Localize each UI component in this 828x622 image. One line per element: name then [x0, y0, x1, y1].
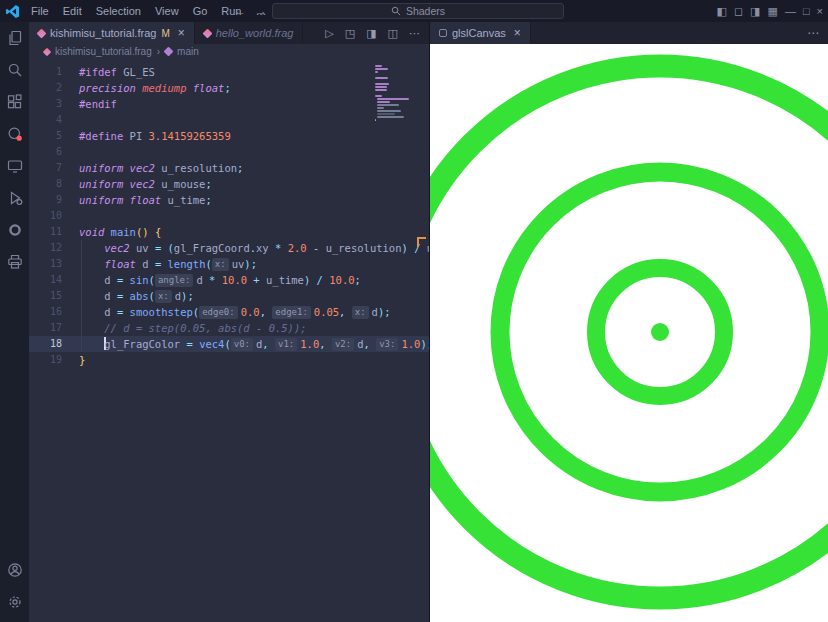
- code-line-3[interactable]: 3#endif: [29, 96, 429, 112]
- search-icon[interactable]: [3, 58, 27, 82]
- menu-go[interactable]: Go: [186, 0, 215, 22]
- line-number[interactable]: 2: [29, 80, 74, 96]
- code-line-2[interactable]: 2precision mediump float;: [29, 80, 429, 96]
- glsl-canvas-output[interactable]: [430, 44, 828, 622]
- token: #ifdef: [79, 66, 123, 78]
- token: d: [104, 306, 117, 318]
- breadcrumb[interactable]: kishimisu_tutorial.frag › main: [29, 44, 429, 59]
- line-number[interactable]: 11: [29, 224, 74, 240]
- line-number[interactable]: 18: [29, 336, 74, 352]
- remote-explorer-icon[interactable]: [3, 154, 27, 178]
- code-text[interactable]: float d = length(x:uv);: [79, 256, 257, 272]
- code-text[interactable]: vec2 uv = (gl_FragCoord.xy * 2.0 - u_res…: [79, 240, 429, 256]
- line-number[interactable]: 10: [29, 208, 74, 224]
- code-line-11[interactable]: 11void main() {: [29, 224, 429, 240]
- line-number[interactable]: 5: [29, 128, 74, 144]
- extension-badge-icon[interactable]: [3, 122, 27, 146]
- code-line-12[interactable]: 12 vec2 uv = (gl_FragCoord.xy * 2.0 - u_…: [29, 240, 429, 256]
- close-icon[interactable]: ×: [514, 26, 521, 40]
- line-number[interactable]: 16: [29, 304, 74, 320]
- code-text[interactable]: // d = step(0.05, abs(d - 0.5));: [79, 320, 307, 336]
- nav-forward-icon[interactable]: →: [255, 4, 267, 18]
- line-number[interactable]: 17: [29, 320, 74, 336]
- line-number[interactable]: 3: [29, 96, 74, 112]
- glsl-canvas-icon[interactable]: [3, 218, 27, 242]
- code-line-15[interactable]: 15 d = abs(x:d);: [29, 288, 429, 304]
- code-line-17[interactable]: 17 // d = step(0.05, abs(d - 0.5));: [29, 320, 429, 336]
- preview-more-actions-icon[interactable]: ⋯: [807, 26, 819, 40]
- split-editor-icon[interactable]: ◫: [388, 27, 398, 40]
- code-line-18[interactable]: 18 gl_FragColor = vec4(v0:d, v1:1.0, v2:…: [29, 336, 429, 352]
- code-text[interactable]: uniform float u_time;: [79, 192, 212, 208]
- code-text[interactable]: void main() {: [79, 224, 161, 240]
- code-text[interactable]: gl_FragColor = vec4(v0:d, v1:1.0, v2:d, …: [79, 336, 429, 352]
- minimize-icon[interactable]: —: [785, 5, 796, 17]
- code-text[interactable]: precision mediump float;: [79, 80, 231, 96]
- line-number[interactable]: 12: [29, 240, 74, 256]
- token: =: [186, 338, 199, 350]
- menu-view[interactable]: View: [148, 0, 186, 22]
- toggle-primary-sidebar-icon[interactable]: ◧: [717, 5, 727, 18]
- code-text[interactable]: }: [79, 352, 85, 368]
- tab-kishimisu-tutorial-frag[interactable]: kishimisu_tutorial.fragM×: [29, 22, 195, 44]
- code-text[interactable]: #ifdef GL_ES: [79, 64, 155, 80]
- toggle-secondary-sidebar-icon[interactable]: ◨: [750, 5, 760, 18]
- line-number[interactable]: 7: [29, 160, 74, 176]
- code-text[interactable]: d = sin(angle:d * 10.0 + u_time) / 10.0;: [79, 272, 361, 288]
- code-line-9[interactable]: 9uniform float u_time;: [29, 192, 429, 208]
- explorer-icon[interactable]: [3, 26, 27, 50]
- menu-edit[interactable]: Edit: [56, 0, 89, 22]
- line-number[interactable]: 14: [29, 272, 74, 288]
- code-text[interactable]: uniform vec2 u_mouse;: [79, 176, 212, 192]
- code-text[interactable]: #endif: [79, 96, 117, 112]
- line-number[interactable]: 6: [29, 144, 74, 160]
- code-line-8[interactable]: 8uniform vec2 u_mouse;: [29, 176, 429, 192]
- code-text[interactable]: uniform vec2 u_resolution;: [79, 160, 243, 176]
- code-text[interactable]: d = smoothstep(edge0:0.0, edge1:0.05, x:…: [79, 304, 391, 320]
- customize-layout-icon[interactable]: ▦: [768, 5, 778, 18]
- maximize-icon[interactable]: □: [803, 5, 810, 17]
- line-number[interactable]: 1: [29, 64, 74, 80]
- menu-selection[interactable]: Selection: [89, 0, 148, 22]
- breadcrumb-symbol[interactable]: main: [177, 46, 199, 57]
- code-line-10[interactable]: 10: [29, 208, 429, 224]
- code-text[interactable]: #define PI 3.14159265359: [79, 128, 231, 144]
- breadcrumb-file[interactable]: kishimisu_tutorial.frag: [55, 46, 152, 57]
- line-number[interactable]: 4: [29, 112, 74, 128]
- code-editor[interactable]: 1#ifdef GL_ES2precision mediump float;3#…: [29, 59, 429, 622]
- line-number[interactable]: 8: [29, 176, 74, 192]
- tab-hello-world-frag[interactable]: hello_world.frag: [195, 22, 304, 44]
- code-line-19[interactable]: 19}: [29, 352, 429, 368]
- menu-file[interactable]: File: [24, 0, 56, 22]
- open-changes-icon[interactable]: ◨: [366, 27, 376, 40]
- extensions-icon[interactable]: [3, 90, 27, 114]
- line-number[interactable]: 15: [29, 288, 74, 304]
- code-line-1[interactable]: 1#ifdef GL_ES: [29, 64, 429, 80]
- open-preview-icon[interactable]: ◳: [345, 27, 355, 40]
- code-line-7[interactable]: 7uniform vec2 u_resolution;: [29, 160, 429, 176]
- code-line-14[interactable]: 14 d = sin(angle:d * 10.0 + u_time) / 10…: [29, 272, 429, 288]
- line-number[interactable]: 9: [29, 192, 74, 208]
- code-line-13[interactable]: 13 float d = length(x:uv);: [29, 256, 429, 272]
- code-text[interactable]: d = abs(x:d);: [79, 288, 194, 304]
- code-line-5[interactable]: 5#define PI 3.14159265359: [29, 128, 429, 144]
- account-icon[interactable]: [3, 558, 27, 582]
- command-center[interactable]: Shaders: [272, 3, 564, 19]
- settings-gear-icon[interactable]: [3, 590, 27, 614]
- token: gl_FragCoord: [174, 242, 250, 254]
- run-shader-icon[interactable]: ▷: [325, 27, 333, 40]
- toggle-panel-icon[interactable]: ◻: [734, 5, 743, 18]
- run-debug-icon[interactable]: [3, 186, 27, 210]
- code-line-16[interactable]: 16 d = smoothstep(edge0:0.0, edge1:0.05,…: [29, 304, 429, 320]
- minimap[interactable]: [375, 65, 413, 122]
- code-line-6[interactable]: 6: [29, 144, 429, 160]
- close-window-icon[interactable]: ×: [817, 5, 823, 17]
- more-actions-icon[interactable]: ⋯: [409, 27, 420, 40]
- nav-back-icon[interactable]: ←: [234, 4, 246, 18]
- line-number[interactable]: 13: [29, 256, 74, 272]
- tab-glslcanvas[interactable]: glslCanvas×: [430, 22, 531, 44]
- print-icon[interactable]: [3, 250, 27, 274]
- line-number[interactable]: 19: [29, 352, 74, 368]
- close-icon[interactable]: ×: [178, 26, 185, 40]
- code-line-4[interactable]: 4: [29, 112, 429, 128]
